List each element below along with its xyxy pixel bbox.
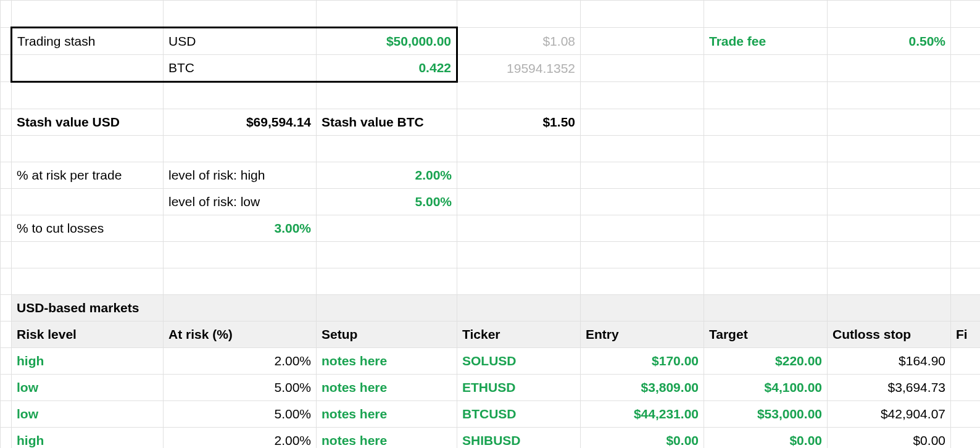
row-target[interactable]: $220.00	[704, 348, 828, 375]
cell[interactable]	[164, 136, 317, 162]
cell[interactable]	[1, 55, 12, 82]
row-risk[interactable]: high	[12, 428, 164, 449]
cell[interactable]	[1, 428, 12, 449]
cell[interactable]	[951, 268, 981, 295]
cell[interactable]	[1, 242, 12, 268]
row-ticker[interactable]: SHIBUSD	[457, 428, 581, 449]
stash-label[interactable]: Trading stash	[12, 28, 164, 55]
row-ticker[interactable]: SOLUSD	[457, 348, 581, 375]
cell[interactable]	[1, 109, 12, 136]
cell[interactable]	[704, 136, 828, 162]
row-atrisk[interactable]: 2.00%	[164, 348, 317, 375]
cell[interactable]	[457, 1, 581, 28]
risk-low-label[interactable]: level of risk: low	[164, 189, 317, 215]
cell[interactable]	[1, 1, 12, 28]
cell[interactable]	[828, 1, 951, 28]
cell[interactable]	[457, 162, 581, 189]
cell[interactable]	[1, 82, 12, 109]
cell[interactable]	[951, 1, 981, 28]
cell[interactable]	[581, 109, 704, 136]
row-risk[interactable]: low	[12, 375, 164, 401]
row-atrisk[interactable]: 5.00%	[164, 375, 317, 401]
row-target[interactable]: $0.00	[704, 428, 828, 449]
cut-losses-label[interactable]: % to cut losses	[12, 215, 164, 242]
stash-value-usd[interactable]: $69,594.14	[164, 109, 317, 136]
stash-btc-label[interactable]: BTC	[164, 55, 317, 82]
row-setup[interactable]: notes here	[317, 428, 457, 449]
stash-usd-label[interactable]: USD	[164, 28, 317, 55]
cell[interactable]	[951, 401, 981, 428]
row-atrisk[interactable]: 5.00%	[164, 401, 317, 428]
cell[interactable]	[1, 321, 12, 348]
cell[interactable]	[828, 109, 951, 136]
cell[interactable]	[704, 215, 828, 242]
stash-value-usd-label[interactable]: Stash value USD	[12, 109, 164, 136]
cell[interactable]	[457, 215, 581, 242]
cell[interactable]	[951, 242, 981, 268]
col-final[interactable]: Fi	[951, 321, 981, 348]
row-cutloss[interactable]: $164.90	[828, 348, 951, 375]
risk-high-value[interactable]: 2.00%	[317, 162, 457, 189]
row-cutloss[interactable]: $42,904.07	[828, 401, 951, 428]
cell[interactable]	[951, 136, 981, 162]
cell[interactable]	[1, 162, 12, 189]
cell[interactable]	[164, 82, 317, 109]
col-setup[interactable]: Setup	[317, 321, 457, 348]
stash-usd-value[interactable]: $50,000.00	[317, 28, 457, 55]
cell[interactable]	[581, 162, 704, 189]
cell[interactable]	[951, 295, 981, 321]
cell[interactable]	[828, 268, 951, 295]
cell[interactable]	[704, 1, 828, 28]
cell[interactable]	[1, 28, 12, 55]
row-risk[interactable]: low	[12, 401, 164, 428]
cell[interactable]	[951, 109, 981, 136]
col-entry[interactable]: Entry	[581, 321, 704, 348]
cell[interactable]	[1, 136, 12, 162]
cell[interactable]	[1, 189, 12, 215]
cell[interactable]	[951, 348, 981, 375]
row-cutloss[interactable]: $0.00	[828, 428, 951, 449]
cell[interactable]	[581, 215, 704, 242]
row-target[interactable]: $4,100.00	[704, 375, 828, 401]
cell[interactable]	[704, 109, 828, 136]
table-row[interactable]: high 2.00% notes here SHIBUSD $0.00 $0.0…	[1, 428, 981, 449]
cell[interactable]	[457, 82, 581, 109]
cell[interactable]	[1, 295, 12, 321]
table-row[interactable]: low 5.00% notes here BTCUSD $44,231.00 $…	[1, 401, 981, 428]
trade-fee-label[interactable]: Trade fee	[704, 28, 828, 55]
stash-side-btc[interactable]: 19594.1352	[457, 55, 581, 82]
row-ticker[interactable]: BTCUSD	[457, 401, 581, 428]
col-atrisk[interactable]: At risk (%)	[164, 321, 317, 348]
cell[interactable]	[828, 189, 951, 215]
cell[interactable]	[1, 401, 12, 428]
cell[interactable]	[457, 295, 581, 321]
row-entry[interactable]: $44,231.00	[581, 401, 704, 428]
cell[interactable]	[951, 82, 981, 109]
cell[interactable]	[581, 268, 704, 295]
cell[interactable]	[828, 162, 951, 189]
cell[interactable]	[704, 189, 828, 215]
cell[interactable]	[12, 55, 164, 82]
cell[interactable]	[828, 215, 951, 242]
cell[interactable]	[1, 348, 12, 375]
row-entry[interactable]: $170.00	[581, 348, 704, 375]
cell[interactable]	[581, 28, 704, 55]
cell[interactable]	[1, 268, 12, 295]
col-risk[interactable]: Risk level	[12, 321, 164, 348]
cell[interactable]	[704, 242, 828, 268]
cell[interactable]	[581, 189, 704, 215]
cell[interactable]	[581, 242, 704, 268]
cell[interactable]	[317, 215, 457, 242]
cell[interactable]	[164, 268, 317, 295]
table-row[interactable]: low 5.00% notes here ETHUSD $3,809.00 $4…	[1, 375, 981, 401]
cell[interactable]	[581, 55, 704, 82]
cell[interactable]	[457, 242, 581, 268]
cell[interactable]	[951, 375, 981, 401]
cell[interactable]	[951, 55, 981, 82]
cell[interactable]	[12, 268, 164, 295]
table-row[interactable]: high 2.00% notes here SOLUSD $170.00 $22…	[1, 348, 981, 375]
cell[interactable]	[828, 242, 951, 268]
cell[interactable]	[581, 1, 704, 28]
cell[interactable]	[12, 1, 164, 28]
cell[interactable]	[164, 242, 317, 268]
